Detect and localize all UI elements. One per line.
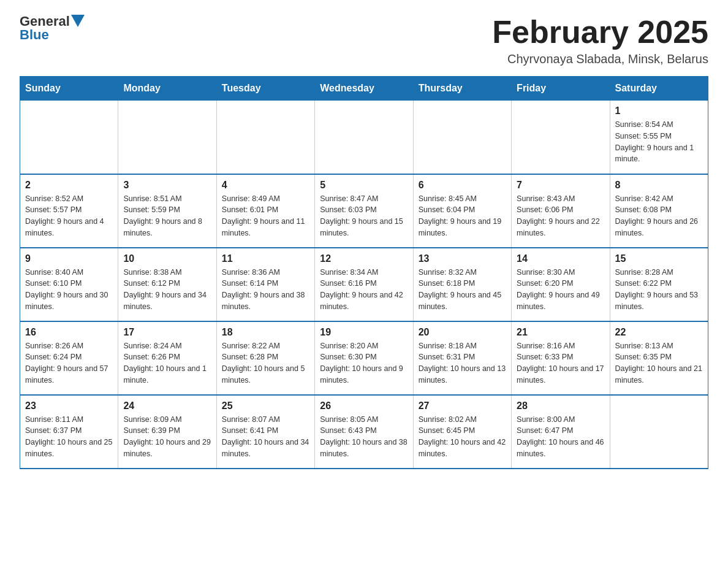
day-sun-info: Sunrise: 8:45 AMSunset: 6:04 PMDaylight:… — [419, 193, 506, 239]
calendar-day-cell: 27Sunrise: 8:02 AMSunset: 6:45 PMDayligh… — [413, 395, 511, 469]
weekday-header-wednesday: Wednesday — [315, 77, 413, 101]
calendar-day-cell — [610, 395, 708, 469]
day-number: 24 — [123, 400, 211, 412]
calendar-day-cell: 4Sunrise: 8:49 AMSunset: 6:01 PMDaylight… — [216, 174, 314, 248]
logo-general-text: General — [20, 15, 70, 28]
day-number: 25 — [222, 400, 309, 412]
day-number: 27 — [419, 400, 506, 412]
calendar-day-cell: 10Sunrise: 8:38 AMSunset: 6:12 PMDayligh… — [118, 248, 216, 321]
weekday-header-thursday: Thursday — [413, 77, 511, 101]
calendar-header: SundayMondayTuesdayWednesdayThursdayFrid… — [20, 77, 708, 101]
day-number: 11 — [222, 253, 309, 264]
day-number: 20 — [419, 327, 506, 338]
day-number: 19 — [320, 327, 408, 338]
calendar-day-cell: 3Sunrise: 8:51 AMSunset: 5:59 PMDaylight… — [118, 174, 216, 248]
day-sun-info: Sunrise: 8:24 AMSunset: 6:26 PMDaylight:… — [123, 340, 211, 386]
day-sun-info: Sunrise: 8:40 AMSunset: 6:10 PMDaylight:… — [25, 267, 113, 313]
calendar-day-cell — [315, 101, 413, 174]
calendar-day-cell — [413, 101, 511, 174]
weekday-header-sunday: Sunday — [20, 77, 118, 101]
day-sun-info: Sunrise: 8:13 AMSunset: 6:35 PMDaylight:… — [615, 340, 703, 386]
calendar-day-cell: 16Sunrise: 8:26 AMSunset: 6:24 PMDayligh… — [20, 321, 118, 395]
calendar-day-cell: 28Sunrise: 8:00 AMSunset: 6:47 PMDayligh… — [512, 395, 610, 469]
calendar-week-row: 9Sunrise: 8:40 AMSunset: 6:10 PMDaylight… — [20, 248, 708, 321]
calendar-day-cell: 12Sunrise: 8:34 AMSunset: 6:16 PMDayligh… — [315, 248, 413, 321]
day-sun-info: Sunrise: 8:02 AMSunset: 6:45 PMDaylight:… — [419, 414, 506, 460]
day-sun-info: Sunrise: 8:00 AMSunset: 6:47 PMDaylight:… — [517, 414, 604, 460]
day-sun-info: Sunrise: 8:22 AMSunset: 6:28 PMDaylight:… — [222, 340, 309, 386]
day-sun-info: Sunrise: 8:43 AMSunset: 6:06 PMDaylight:… — [517, 193, 604, 239]
svg-marker-0 — [71, 15, 85, 27]
calendar-day-cell — [118, 101, 216, 174]
calendar-day-cell: 23Sunrise: 8:11 AMSunset: 6:37 PMDayligh… — [20, 395, 118, 469]
calendar-day-cell: 18Sunrise: 8:22 AMSunset: 6:28 PMDayligh… — [216, 321, 314, 395]
calendar-day-cell: 7Sunrise: 8:43 AMSunset: 6:06 PMDaylight… — [512, 174, 610, 248]
day-sun-info: Sunrise: 8:16 AMSunset: 6:33 PMDaylight:… — [517, 340, 604, 386]
day-number: 3 — [123, 180, 211, 191]
calendar-day-cell: 15Sunrise: 8:28 AMSunset: 6:22 PMDayligh… — [610, 248, 708, 321]
calendar-day-cell: 1Sunrise: 8:54 AMSunset: 5:55 PMDaylight… — [610, 101, 708, 174]
day-number: 28 — [517, 400, 604, 412]
day-number: 18 — [222, 327, 309, 338]
day-number: 5 — [320, 180, 408, 191]
calendar-week-row: 1Sunrise: 8:54 AMSunset: 5:55 PMDaylight… — [20, 101, 708, 174]
day-number: 23 — [25, 400, 113, 412]
day-sun-info: Sunrise: 8:07 AMSunset: 6:41 PMDaylight:… — [222, 414, 309, 460]
day-sun-info: Sunrise: 8:32 AMSunset: 6:18 PMDaylight:… — [419, 267, 506, 313]
weekday-header-tuesday: Tuesday — [216, 77, 314, 101]
weekday-header-friday: Friday — [512, 77, 610, 101]
calendar-day-cell: 17Sunrise: 8:24 AMSunset: 6:26 PMDayligh… — [118, 321, 216, 395]
day-number: 4 — [222, 180, 309, 191]
calendar-day-cell: 9Sunrise: 8:40 AMSunset: 6:10 PMDaylight… — [20, 248, 118, 321]
day-sun-info: Sunrise: 8:18 AMSunset: 6:31 PMDaylight:… — [419, 340, 506, 386]
day-sun-info: Sunrise: 8:52 AMSunset: 5:57 PMDaylight:… — [25, 193, 113, 239]
calendar-week-row: 2Sunrise: 8:52 AMSunset: 5:57 PMDaylight… — [20, 174, 708, 248]
day-sun-info: Sunrise: 8:34 AMSunset: 6:16 PMDaylight:… — [320, 267, 408, 313]
day-sun-info: Sunrise: 8:47 AMSunset: 6:03 PMDaylight:… — [320, 193, 408, 239]
day-number: 15 — [615, 253, 703, 264]
weekday-header-row: SundayMondayTuesdayWednesdayThursdayFrid… — [20, 77, 708, 101]
day-sun-info: Sunrise: 8:09 AMSunset: 6:39 PMDaylight:… — [123, 414, 211, 460]
calendar-day-cell: 19Sunrise: 8:20 AMSunset: 6:30 PMDayligh… — [315, 321, 413, 395]
logo-triangle-icon — [71, 15, 85, 27]
day-sun-info: Sunrise: 8:49 AMSunset: 6:01 PMDaylight:… — [222, 193, 309, 239]
calendar-day-cell: 24Sunrise: 8:09 AMSunset: 6:39 PMDayligh… — [118, 395, 216, 469]
day-number: 16 — [25, 327, 113, 338]
day-sun-info: Sunrise: 8:30 AMSunset: 6:20 PMDaylight:… — [517, 267, 604, 313]
calendar-day-cell — [20, 101, 118, 174]
day-number: 26 — [320, 400, 408, 412]
logo: General Blue — [20, 15, 85, 42]
day-number: 8 — [615, 180, 703, 191]
calendar-day-cell: 22Sunrise: 8:13 AMSunset: 6:35 PMDayligh… — [610, 321, 708, 395]
calendar-table: SundayMondayTuesdayWednesdayThursdayFrid… — [20, 76, 708, 469]
day-number: 6 — [419, 180, 506, 191]
day-sun-info: Sunrise: 8:54 AMSunset: 5:55 PMDaylight:… — [615, 119, 703, 165]
day-number: 21 — [517, 327, 604, 338]
calendar-day-cell: 5Sunrise: 8:47 AMSunset: 6:03 PMDaylight… — [315, 174, 413, 248]
day-number: 9 — [25, 253, 113, 264]
calendar-day-cell: 13Sunrise: 8:32 AMSunset: 6:18 PMDayligh… — [413, 248, 511, 321]
calendar-week-row: 23Sunrise: 8:11 AMSunset: 6:37 PMDayligh… — [20, 395, 708, 469]
logo-blue-text: Blue — [20, 28, 49, 42]
day-number: 22 — [615, 327, 703, 338]
day-sun-info: Sunrise: 8:51 AMSunset: 5:59 PMDaylight:… — [123, 193, 211, 239]
day-sun-info: Sunrise: 8:05 AMSunset: 6:43 PMDaylight:… — [320, 414, 408, 460]
weekday-header-saturday: Saturday — [610, 77, 708, 101]
day-number: 12 — [320, 253, 408, 264]
calendar-day-cell: 11Sunrise: 8:36 AMSunset: 6:14 PMDayligh… — [216, 248, 314, 321]
day-sun-info: Sunrise: 8:20 AMSunset: 6:30 PMDaylight:… — [320, 340, 408, 386]
page-header: General Blue February 2025 Chyrvonaya Sl… — [20, 15, 708, 66]
day-number: 13 — [419, 253, 506, 264]
calendar-body: 1Sunrise: 8:54 AMSunset: 5:55 PMDaylight… — [20, 101, 708, 469]
day-sun-info: Sunrise: 8:42 AMSunset: 6:08 PMDaylight:… — [615, 193, 703, 239]
day-sun-info: Sunrise: 8:36 AMSunset: 6:14 PMDaylight:… — [222, 267, 309, 313]
calendar-day-cell: 25Sunrise: 8:07 AMSunset: 6:41 PMDayligh… — [216, 395, 314, 469]
calendar-day-cell: 26Sunrise: 8:05 AMSunset: 6:43 PMDayligh… — [315, 395, 413, 469]
day-sun-info: Sunrise: 8:26 AMSunset: 6:24 PMDaylight:… — [25, 340, 113, 386]
location-subtitle: Chyrvonaya Slabada, Minsk, Belarus — [492, 52, 708, 66]
weekday-header-monday: Monday — [118, 77, 216, 101]
calendar-day-cell: 21Sunrise: 8:16 AMSunset: 6:33 PMDayligh… — [512, 321, 610, 395]
calendar-day-cell: 2Sunrise: 8:52 AMSunset: 5:57 PMDaylight… — [20, 174, 118, 248]
calendar-day-cell: 6Sunrise: 8:45 AMSunset: 6:04 PMDaylight… — [413, 174, 511, 248]
day-sun-info: Sunrise: 8:38 AMSunset: 6:12 PMDaylight:… — [123, 267, 211, 313]
